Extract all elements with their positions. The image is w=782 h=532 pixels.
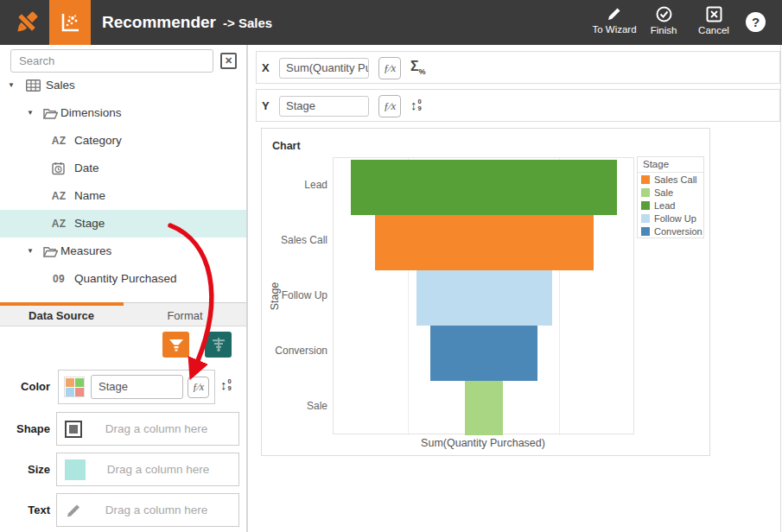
chart-legend: Stage Sales Call Sale Lead Follow Up Con… [637, 156, 704, 238]
tree-item-quantity-purchased[interactable]: 09 Quantity Purchased [0, 265, 246, 293]
to-wizard-button[interactable]: To Wizard [588, 6, 640, 35]
bar-follow-up[interactable] [416, 270, 552, 326]
y-axis-row: Y Stage ƒ⁄x ↕09 [256, 89, 780, 122]
shape-icon [65, 421, 82, 438]
clear-search-icon[interactable]: ✕ [220, 53, 237, 69]
breadcrumb: Recommender -> Sales [102, 0, 272, 45]
color-field-input[interactable]: Stage [91, 375, 183, 399]
y-axis-title: Stage [269, 244, 283, 348]
app-logo-icon [11, 7, 42, 38]
legend-swatch [641, 227, 650, 236]
chart-title: Chart [272, 140, 301, 152]
y-tick-label: Sale [265, 400, 327, 412]
az-text-icon: AZ [50, 133, 67, 149]
app-window: Recommender -> Sales To Wizard Finish Ca… [0, 0, 782, 532]
legend-item: Lead [638, 199, 703, 212]
legend-title: Stage [638, 157, 703, 173]
text-drop-placeholder: Drag a column here [82, 504, 231, 516]
tree-item-dimensions[interactable]: ▼ Dimensions [0, 99, 246, 127]
funnel-plot-area [333, 157, 634, 434]
tree-item-label: Measures [60, 238, 111, 265]
y-axis-input[interactable]: Stage [279, 96, 369, 117]
size-drop-placeholder: Drag a column here [86, 463, 231, 476]
tree-item-sales[interactable]: ▼ Sales [0, 72, 246, 99]
scatter-chart-icon [59, 11, 81, 34]
legend-item: Sale [638, 186, 703, 199]
bar-conversion[interactable] [430, 326, 537, 381]
collapse-arrow-icon[interactable]: ▼ [27, 238, 34, 265]
chart-panel: Chart Lead Sales Call Follow Up Conversi… [261, 128, 710, 456]
y-tick-label: Lead [265, 179, 327, 191]
tab-data-source[interactable]: Data Source [0, 307, 123, 327]
finish-button[interactable]: Finish [645, 6, 683, 35]
field-tree: ▼ Sales ▼ Dimensions AZ Category [0, 72, 246, 293]
color-field: Stage ƒ⁄x [58, 370, 215, 404]
tree-item-date[interactable]: Date [0, 155, 246, 182]
data-source-panel: ✕ ▼ Sales ▼ Dimensions AZ Category [0, 45, 248, 532]
numeric-text-icon: 09 [50, 271, 67, 287]
tree-item-label: Sales [46, 72, 75, 99]
color-field-label: Color [0, 370, 50, 404]
tree-item-label: Category [74, 127, 122, 155]
main-right-border [780, 45, 781, 532]
size-field-label: Size [0, 453, 50, 487]
az-text-icon: AZ [50, 188, 67, 204]
y-axis-label: Y [262, 90, 270, 123]
fx-icon[interactable]: ƒ⁄x [188, 377, 209, 398]
legend-item: Conversion [638, 225, 703, 238]
tree-item-stage[interactable]: AZ Stage [0, 210, 246, 238]
legend-swatch [641, 214, 650, 223]
legend-swatch [641, 188, 650, 197]
collapse-arrow-icon[interactable]: ▼ [27, 99, 34, 127]
tree-item-measures[interactable]: ▼ Measures [0, 238, 246, 265]
shape-field[interactable]: Drag a column here [56, 412, 239, 446]
fx-icon[interactable]: ƒ⁄x [378, 57, 401, 79]
legend-item: Follow Up [638, 212, 703, 225]
text-field-label: Text [0, 493, 50, 528]
x-axis-input[interactable]: Sum(Quantity Purcha... [279, 58, 369, 79]
date-icon [50, 161, 67, 176]
close-box-icon [706, 6, 722, 22]
fx-icon[interactable]: ƒ⁄x [378, 95, 401, 117]
x-axis-title: Sum(Quantity Purchased) [379, 437, 587, 449]
check-circle-icon [656, 6, 672, 22]
page-subtitle: -> Sales [223, 16, 272, 30]
shape-drop-placeholder: Drag a column here [82, 422, 231, 435]
tree-item-label: Dimensions [60, 99, 122, 127]
funnel-layout-button[interactable] [205, 332, 232, 358]
centered-bars-icon [211, 338, 226, 352]
search-input[interactable] [10, 49, 213, 73]
tree-item-name[interactable]: AZ Name [0, 182, 246, 210]
chart-type-tile[interactable] [49, 0, 91, 45]
sort-09-icon[interactable]: ↕09 [220, 377, 232, 392]
panel-tabs: Data Source Format [0, 302, 246, 326]
tree-item-label: Stage [74, 210, 105, 238]
bar-sale[interactable] [465, 381, 503, 435]
bar-sales-call[interactable] [375, 215, 594, 270]
size-swatch-icon [65, 459, 86, 480]
legend-swatch [641, 175, 650, 184]
tree-item-category[interactable]: AZ Category [0, 127, 246, 155]
legend-item: Sales Call [638, 173, 703, 186]
top-bar: Recommender -> Sales To Wizard Finish Ca… [0, 0, 782, 45]
page-title: Recommender [102, 13, 216, 32]
pencil-icon [607, 6, 622, 22]
size-field[interactable]: Drag a column here [56, 453, 239, 486]
bar-lead[interactable] [351, 160, 617, 215]
tree-item-label: Quantity Purchased [74, 265, 177, 293]
text-field[interactable]: Drag a column here [56, 493, 239, 527]
color-swatch-icon[interactable] [64, 377, 85, 397]
help-button[interactable]: ? [746, 12, 766, 32]
tab-format[interactable]: Format [124, 307, 246, 327]
table-icon [24, 78, 41, 93]
collapse-arrow-icon[interactable]: ▼ [8, 72, 15, 99]
cancel-button[interactable]: Cancel [695, 6, 733, 35]
funnel-down-icon [168, 339, 184, 352]
filter-button[interactable] [162, 332, 189, 358]
sort-09-icon[interactable]: ↕09 [410, 98, 422, 112]
active-tab-indicator [0, 302, 124, 306]
shape-field-label: Shape [0, 412, 50, 446]
sigma-percent-icon[interactable]: Σ% [410, 59, 426, 76]
pencil-icon [65, 502, 82, 519]
x-axis-label: X [262, 52, 270, 85]
